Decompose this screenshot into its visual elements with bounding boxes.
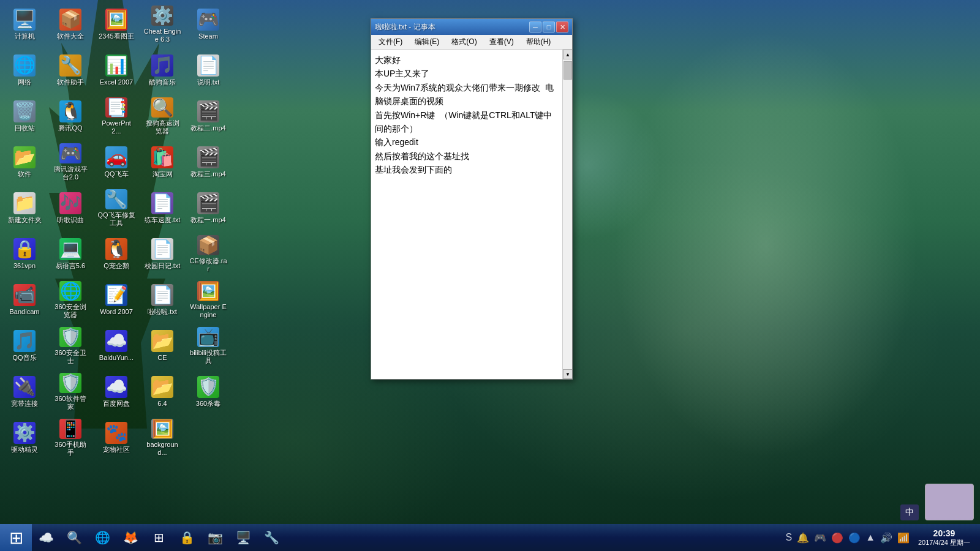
computer-icon: 🖥️ xyxy=(13,9,36,31)
desktop-icon-bandicam[interactable]: 📹Bandicam xyxy=(3,279,46,321)
menu-item-查看(V)[interactable]: 查看(V) xyxy=(484,36,519,48)
desktop-icon-train[interactable]: 📄练车速度.txt xyxy=(141,187,184,230)
menu-item-文件(F)[interactable]: 文件(F) xyxy=(374,36,407,48)
taskbar-clock[interactable]: 20:39 2017/4/24 星期一 xyxy=(913,528,975,547)
desktop-icon-ce2[interactable]: 📦CE修改器.rar xyxy=(187,233,230,276)
desktop-icon-game[interactable]: 🎮腾讯游戏平台2.0 xyxy=(49,141,92,184)
taskbar-network-icon[interactable]: 📶 xyxy=(896,531,911,545)
360browser-icon: 🌐 xyxy=(59,281,81,301)
desktop-icon-net[interactable]: 🌐网络 xyxy=(3,49,46,92)
scrollbar[interactable]: ▲ ▼ xyxy=(562,50,572,379)
video1-label: 教程一.mp4 xyxy=(190,216,225,224)
desktop-icon-folder64[interactable]: 📂6.4 xyxy=(141,370,184,413)
desktop-icon-easy[interactable]: 💻易语言5.6 xyxy=(49,233,92,276)
network-taskbar-button[interactable]: 🌐 xyxy=(89,525,116,550)
desktop-icon-search[interactable]: 🔍搜狗高速浏览器 xyxy=(141,95,184,138)
music2-label: 听歌识曲 xyxy=(57,216,84,224)
menu-item-编辑(E)[interactable]: 编辑(E) xyxy=(410,36,444,48)
desktop-icon-new[interactable]: 📁新建文件夹 xyxy=(3,187,46,230)
taobao-icon: 🛍️ xyxy=(151,146,173,168)
desktop-icon-assist[interactable]: 🔧软件助手 xyxy=(49,49,92,92)
desktop-icon-music2[interactable]: 🎶听歌识曲 xyxy=(49,187,92,230)
software-label: 软件大全 xyxy=(57,32,84,40)
ce2-icon: 📦 xyxy=(197,235,219,255)
scrollbar-up-button[interactable]: ▲ xyxy=(563,50,572,59)
desktop-icon-qq[interactable]: 🐧腾讯QQ xyxy=(49,95,92,138)
start-button[interactable]: ⊞ xyxy=(0,524,32,551)
desktop-icon-phone[interactable]: 📱360手机助手 xyxy=(49,416,92,459)
desktop-icon-steam[interactable]: 🎮Steam xyxy=(187,3,230,46)
menu-item-格式(O)[interactable]: 格式(O) xyxy=(447,36,481,48)
soft2-icon: 📂 xyxy=(13,146,36,168)
steam-label: Steam xyxy=(198,32,218,40)
desktop-icon-360kill[interactable]: 🛡️360杀毒 xyxy=(187,370,230,413)
train-icon: 📄 xyxy=(151,192,173,214)
desktop-icon-360safe[interactable]: 🛡️360安全卫士 xyxy=(49,324,92,367)
windows-taskbar-button[interactable]: ⊞ xyxy=(145,525,172,550)
desktop-icon-video1[interactable]: 🎬教程一.mp4 xyxy=(187,187,230,230)
desktop-icon-computer[interactable]: 🖥️计算机 xyxy=(3,3,46,46)
desktop-icon-diary[interactable]: 📄校园日记.txt xyxy=(141,233,184,276)
desktop-icon-baidupan[interactable]: ☁️百度网盘 xyxy=(95,370,138,413)
clock-date: 2017/4/24 星期一 xyxy=(918,538,970,547)
phone-label: 360手机助手 xyxy=(51,441,89,457)
desktop-icon-broad[interactable]: 🔌宽带连接 xyxy=(3,370,46,413)
desktop-icon-2345[interactable]: 🖼️2345看图王 xyxy=(95,3,138,46)
tool-taskbar-button[interactable]: 🔧 xyxy=(258,525,285,550)
desktop-icon-qqmusic[interactable]: 🎵QQ音乐 xyxy=(3,324,46,367)
search-taskbar-button[interactable]: 🔍 xyxy=(61,525,88,550)
desktop-icon-wallpaper[interactable]: 🖼️Wallpaper Engine xyxy=(187,279,230,321)
input-method-indicator[interactable]: 中 xyxy=(900,504,919,520)
desktop-icon-video2[interactable]: 🎬教程二.mp4 xyxy=(187,95,230,138)
desktop-icon-cefolder[interactable]: 📂CE xyxy=(141,324,184,367)
maximize-button[interactable]: □ xyxy=(543,21,555,32)
phone-icon: 📱 xyxy=(59,419,81,439)
cloud-taskbar-button[interactable]: ☁️ xyxy=(32,525,59,550)
game-icon: 🎮 xyxy=(59,143,81,163)
scrollbar-down-button[interactable]: ▼ xyxy=(563,369,572,379)
desktop-icon-qpet[interactable]: 🐧Q宠企鹅 xyxy=(95,233,138,276)
taskbar-game-icon: 🎮 xyxy=(813,531,827,545)
scrollbar-thumb[interactable] xyxy=(564,61,572,80)
desktop-icon-taobao[interactable]: 🛍️淘宝网 xyxy=(141,141,184,184)
desktop-icon-cheat[interactable]: ⚙️Cheat Engine 6.3 xyxy=(141,3,184,46)
steam-icon: 🎮 xyxy=(197,9,219,31)
desktop-icon-pet[interactable]: 🐾宠物社区 xyxy=(95,416,138,459)
minimize-button[interactable]: ─ xyxy=(529,21,541,32)
desktop-icon-bg[interactable]: 🖼️background... xyxy=(141,416,184,459)
bili-label: bilibili投稿工具 xyxy=(189,349,227,365)
vpn-label: 361vpn xyxy=(13,262,36,270)
desktop-icon-vpn[interactable]: 🔒361vpn xyxy=(3,233,46,276)
menu-item-帮助(H)[interactable]: 帮助(H) xyxy=(521,36,556,48)
easy-icon: 💻 xyxy=(59,238,81,260)
desktop-icon-excel[interactable]: 📊Excel 2007 xyxy=(95,49,138,92)
monitor-taskbar-button[interactable]: 🖥️ xyxy=(230,525,257,550)
desktop-icon-soft2[interactable]: 📂软件 xyxy=(3,141,46,184)
security-taskbar-button[interactable]: 🔒 xyxy=(173,525,200,550)
desktop-icon-360soft[interactable]: 🛡️360软件管家 xyxy=(49,370,92,413)
new-icon: 📁 xyxy=(13,192,36,214)
360safe-label: 360安全卫士 xyxy=(51,349,89,365)
desktop-icon-360browser[interactable]: 🌐360安全浏览器 xyxy=(49,279,92,321)
desktop-icon-txt[interactable]: 📄说明.txt xyxy=(187,49,230,92)
desktop-icon-power[interactable]: 📑PowerPnt2... xyxy=(95,95,138,138)
camera-taskbar-button[interactable]: 📷 xyxy=(202,525,228,550)
desktop-icon-qqfly[interactable]: 🚗QQ飞车 xyxy=(95,141,138,184)
txt-label: 说明.txt xyxy=(197,78,220,86)
desktop-icon-video3[interactable]: 🎬教程三.mp4 xyxy=(187,141,230,184)
search-label: 搜狗高速浏览器 xyxy=(143,119,181,135)
desktop-icon-drive[interactable]: ⚙️驱动精灵 xyxy=(3,416,46,459)
new-label: 新建文件夹 xyxy=(8,216,42,224)
desktop-icon-bili[interactable]: 📺bilibili投稿工具 xyxy=(187,324,230,367)
desktop-icon-kugou[interactable]: 🎵酷狗音乐 xyxy=(141,49,184,92)
desktop-icon-trash[interactable]: 🗑️回收站 xyxy=(3,95,46,138)
close-button[interactable]: ✕ xyxy=(556,21,568,32)
desktop-icon-repair[interactable]: 🔧QQ飞车修复工具 xyxy=(95,187,138,230)
browser-taskbar-button[interactable]: 🦊 xyxy=(117,525,144,550)
notepad-text-area[interactable]: 大家好 本UP主又来了 今天为Win7系统的观众大佬们带来一期修改 电脑锁屏桌面… xyxy=(371,50,562,379)
desktop-icon-baidu[interactable]: ☁️BaiduYun... xyxy=(95,324,138,367)
taskbar-volume-icon[interactable]: 🔊 xyxy=(879,531,894,545)
desktop-icon-word[interactable]: 📝Word 2007 xyxy=(95,279,138,321)
desktop-icon-software[interactable]: 📦软件大全 xyxy=(49,3,92,46)
desktop-icon-ppt2[interactable]: 📄啦啦啦.txt xyxy=(141,279,184,321)
